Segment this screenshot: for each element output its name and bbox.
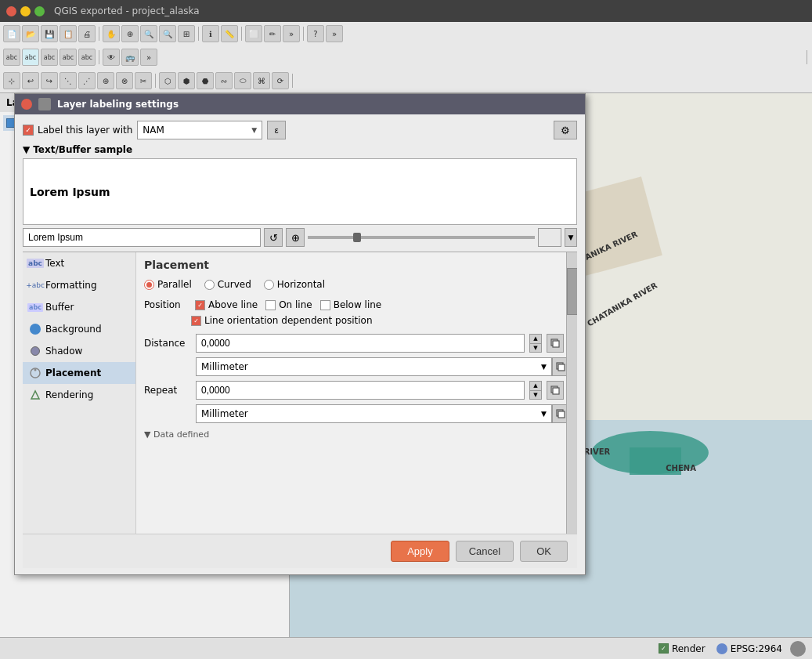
select-icon[interactable]: ⊕ bbox=[121, 25, 139, 42]
window-controls bbox=[6, 6, 45, 16]
sample-dropdown-arrow-btn[interactable]: ▼ bbox=[565, 228, 577, 247]
expression-button[interactable]: ε bbox=[267, 121, 286, 139]
draw-tool-1[interactable]: ⬡ bbox=[159, 72, 176, 89]
apply-button[interactable]: Apply bbox=[391, 541, 449, 562]
on-line-checkbox[interactable]: On line bbox=[265, 299, 312, 310]
distance-input[interactable] bbox=[196, 334, 525, 353]
digitize-tool-2[interactable]: abc bbox=[22, 49, 39, 66]
scrollbar-thumb[interactable] bbox=[567, 268, 577, 315]
draw-tool-6[interactable]: ⌘ bbox=[253, 72, 270, 89]
sample-input[interactable] bbox=[23, 228, 261, 247]
dialog-close-button[interactable] bbox=[21, 99, 32, 110]
node-tool-4[interactable]: ⊗ bbox=[116, 72, 133, 89]
sample-refresh-button[interactable]: ↺ bbox=[264, 228, 283, 247]
print-icon[interactable]: 🖨 bbox=[78, 25, 96, 42]
render-checkbox-label[interactable]: ✓ Render bbox=[659, 643, 706, 654]
label-tool-3[interactable]: » bbox=[140, 49, 157, 66]
toolbar-row-3: ⊹ ↩ ↪ ⋱ ⋰ ⊕ ⊗ ✂ ⬡ ⬢ ⬣ ∾ ⬭ ⌘ ⟳ bbox=[0, 69, 812, 92]
undo-icon[interactable]: ↩ bbox=[22, 72, 39, 89]
app-minimize-button[interactable] bbox=[20, 6, 31, 16]
formatting-icon: +abc bbox=[29, 279, 42, 291]
app-maximize-button[interactable] bbox=[34, 6, 45, 16]
draw-tool-5[interactable]: ⬭ bbox=[234, 72, 251, 89]
distance-up-arrow[interactable]: ▲ bbox=[530, 335, 541, 344]
below-line-checkbox[interactable]: Below line bbox=[320, 299, 382, 310]
snapping-icon[interactable]: ⊹ bbox=[3, 72, 20, 89]
node-tool-1[interactable]: ⋱ bbox=[60, 72, 77, 89]
repeat-unit-dropdown[interactable]: Millimeter ▼ bbox=[196, 404, 552, 423]
sample-preview: Lorem Ipsum bbox=[23, 158, 577, 225]
sidebar-item-text[interactable]: abc Text bbox=[23, 252, 135, 274]
zoom-in-icon[interactable]: 🔍 bbox=[140, 25, 157, 42]
digitize-tool-5[interactable]: abc bbox=[78, 49, 96, 66]
draw-tool-3[interactable]: ⬣ bbox=[197, 72, 214, 89]
radio-horizontal[interactable]: Horizontal bbox=[264, 279, 325, 290]
settings-icon-button[interactable]: ⚙ bbox=[554, 121, 577, 139]
redo-icon[interactable]: ↪ bbox=[41, 72, 58, 89]
cancel-button[interactable]: Cancel bbox=[456, 541, 514, 562]
field-dropdown[interactable]: NAM ▼ bbox=[137, 121, 262, 139]
distance-copy-button[interactable] bbox=[547, 334, 564, 353]
radio-parallel[interactable]: Parallel bbox=[144, 279, 192, 290]
repeat-input[interactable] bbox=[196, 381, 525, 400]
new-file-icon[interactable]: 📄 bbox=[3, 25, 20, 42]
zoom-native-icon[interactable]: ⊞ bbox=[178, 25, 195, 42]
node-tool-2[interactable]: ⋰ bbox=[78, 72, 96, 89]
zoom-out-icon[interactable]: 🔍 bbox=[159, 25, 176, 42]
select-rect-icon[interactable]: ⬜ bbox=[245, 25, 262, 42]
radio-curved[interactable]: Curved bbox=[204, 279, 251, 290]
node-tool-5[interactable]: ✂ bbox=[135, 72, 152, 89]
repeat-spinner[interactable]: ▲ ▼ bbox=[529, 381, 542, 400]
label-checkbox-label[interactable]: ✓ Label this layer with bbox=[23, 125, 132, 136]
save-as-icon[interactable]: 📋 bbox=[60, 25, 77, 42]
label-tool-2[interactable]: 🚌 bbox=[121, 49, 139, 66]
distance-down-arrow[interactable]: ▼ bbox=[530, 344, 541, 353]
sample-header[interactable]: ▼ Text/Buffer sample bbox=[23, 144, 577, 155]
more-tools-icon[interactable]: » bbox=[283, 25, 300, 42]
sidebar-item-placement[interactable]: Placement bbox=[23, 362, 135, 384]
draw-tool-7[interactable]: ⟳ bbox=[272, 72, 289, 89]
repeat-down-arrow[interactable]: ▼ bbox=[530, 391, 541, 400]
distance-spinner[interactable]: ▲ ▼ bbox=[529, 334, 542, 353]
sample-slider[interactable] bbox=[308, 236, 535, 239]
app-close-button[interactable] bbox=[6, 6, 16, 16]
sample-color-refresh-button[interactable]: ⊕ bbox=[286, 228, 305, 247]
distance-unit-dropdown[interactable]: Millimeter ▼ bbox=[196, 357, 552, 376]
ok-button[interactable]: OK bbox=[520, 541, 568, 562]
node-tool-3[interactable]: ⊕ bbox=[97, 72, 114, 89]
sidebar-item-formatting[interactable]: +abc Formatting bbox=[23, 274, 135, 296]
sidebar-item-background[interactable]: Background bbox=[23, 318, 135, 340]
epsg-section: EPSG:2964 bbox=[716, 643, 782, 654]
measure-icon[interactable]: 📏 bbox=[221, 25, 238, 42]
draw-tool-4[interactable]: ∾ bbox=[215, 72, 233, 89]
help-icon[interactable]: ? bbox=[307, 25, 324, 42]
label-checkbox[interactable]: ✓ bbox=[23, 125, 34, 136]
render-checkbox[interactable]: ✓ bbox=[659, 643, 669, 654]
sample-color-swatch[interactable] bbox=[538, 228, 561, 247]
sidebar-item-rendering[interactable]: Rendering bbox=[23, 384, 135, 406]
open-file-icon[interactable]: 📂 bbox=[22, 25, 39, 42]
slider-thumb[interactable] bbox=[353, 233, 361, 242]
content-scrollbar[interactable] bbox=[566, 252, 577, 534]
digitize-tool-1[interactable]: abc bbox=[3, 49, 20, 66]
save-icon[interactable]: 💾 bbox=[41, 25, 58, 42]
separator-4 bbox=[303, 27, 304, 41]
pan-icon[interactable]: ✋ bbox=[103, 25, 120, 42]
sidebar-item-buffer[interactable]: abc Buffer bbox=[23, 296, 135, 318]
repeat-up-arrow[interactable]: ▲ bbox=[530, 382, 541, 391]
extra-tools-icon[interactable]: » bbox=[326, 25, 343, 42]
digitize-tool-4[interactable]: abc bbox=[60, 49, 77, 66]
label-tool-1[interactable]: 👁 bbox=[103, 49, 120, 66]
message-icon[interactable] bbox=[790, 641, 806, 657]
svg-point-1 bbox=[34, 369, 37, 371]
identify-icon[interactable]: ℹ bbox=[202, 25, 219, 42]
above-line-checkbox[interactable]: ✓ Above line bbox=[195, 299, 258, 310]
sample-preview-text: Lorem Ipsum bbox=[30, 186, 110, 198]
orientation-checkbox[interactable]: ✓ Line orientation dependent position bbox=[191, 315, 373, 326]
digitize-icon[interactable]: ✏ bbox=[264, 25, 281, 42]
draw-tool-2[interactable]: ⬢ bbox=[178, 72, 195, 89]
digitize-tool-3[interactable]: abc bbox=[41, 49, 58, 66]
sidebar-item-shadow[interactable]: Shadow bbox=[23, 340, 135, 362]
repeat-copy-button[interactable] bbox=[547, 381, 564, 400]
data-defined-row: ▼ Data defined bbox=[144, 429, 569, 440]
